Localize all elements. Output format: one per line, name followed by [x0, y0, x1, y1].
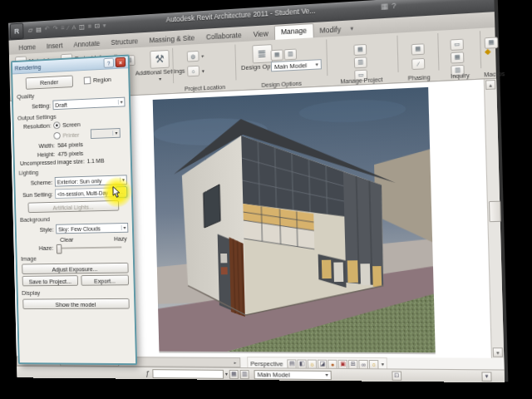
macro-security-icon[interactable]: ◆	[485, 47, 491, 56]
macro-manager-button[interactable]: ▦	[484, 32, 498, 48]
active-design-option-status-dropdown[interactable]: Main Model ▾	[254, 370, 332, 380]
uncompressed-size-value: 1.1 MB	[87, 158, 105, 164]
location-button[interactable]: ◍▾	[187, 51, 204, 62]
panel-separator	[326, 39, 328, 76]
height-label: Height:	[29, 150, 55, 159]
exclude-options-toggle[interactable]: ⊡	[392, 371, 401, 380]
application-menu-button[interactable]: R	[10, 23, 24, 40]
3d-view-icon[interactable]: ◫	[79, 24, 85, 31]
detail-level-icon[interactable]: ▤	[287, 359, 296, 368]
panel-separator	[234, 45, 236, 81]
panel-separator	[437, 33, 439, 71]
clear-label: Clear	[60, 236, 73, 244]
chevron-down-icon[interactable]: ▾	[103, 22, 106, 29]
chevron-down-icon[interactable]: ▾	[382, 362, 384, 367]
chevron-down-icon: ▾	[159, 76, 161, 81]
section-icon[interactable]: ⌗	[88, 23, 91, 30]
background-style-dropdown[interactable]: Sky: Few Clouds ▾	[56, 223, 128, 234]
dialog-title: Rendering	[15, 63, 42, 71]
width-label: Width:	[28, 142, 54, 150]
sun-setting-value[interactable]: <In-session, Multi-Day	[55, 187, 114, 199]
background-heading: Background	[20, 214, 128, 224]
open-icon[interactable]: ▱	[28, 27, 33, 34]
show-the-model-button[interactable]: Show the model	[22, 298, 129, 309]
display-heading: Display	[22, 288, 130, 297]
chevron-down-icon[interactable]: ▾	[225, 372, 228, 377]
screen: R ▱ ▤ ↶ ↷ ≡ ⁄ A ◫ ⌗ ⊡ ▾ Autodesk Revit A…	[8, 0, 505, 382]
visual-style-icon[interactable]: ◧	[298, 359, 307, 368]
undo-icon[interactable]: ↶	[45, 26, 50, 32]
dialog-help-button[interactable]: ?	[103, 57, 114, 67]
adjust-exposure-button[interactable]: Adjust Exposure...	[22, 263, 128, 274]
uncompressed-size-label: Uncompressed image size:	[20, 159, 85, 166]
menu-icon[interactable]: ≡	[61, 25, 65, 32]
haze-slider[interactable]	[57, 246, 121, 249]
phases-button[interactable]: ▦	[411, 38, 424, 55]
rendered-3d-view[interactable]	[153, 87, 436, 354]
save-to-project-button[interactable]: Save to Project...	[22, 275, 78, 286]
shadows-icon[interactable]: ◪	[318, 359, 328, 368]
position-button[interactable]: ☼▾	[187, 65, 204, 76]
phase-filter-icon[interactable]: ⁄	[411, 54, 425, 70]
printer-dpi-dropdown: ▾	[90, 128, 120, 139]
text-icon[interactable]: A	[71, 24, 76, 31]
sun-setting-browse-button[interactable]: ...	[116, 186, 128, 198]
chevron-down-icon: ▾	[202, 68, 204, 73]
sun-path-icon[interactable]: ☼	[308, 359, 318, 368]
region-checkbox[interactable]	[84, 76, 91, 84]
save-icon[interactable]: ▤	[36, 27, 42, 33]
render-button[interactable]: Render	[26, 76, 73, 90]
resolution-label: Resolution:	[17, 122, 51, 131]
vertical-scroll-thumb[interactable]	[489, 201, 501, 222]
panel-separator	[397, 36, 398, 72]
filter-icon: ƒ	[145, 369, 150, 377]
temporary-hide-isolate-icon[interactable]: ∞	[358, 359, 368, 368]
scroll-up-icon[interactable]: ▴	[485, 80, 495, 90]
worksets-toggle[interactable]: ▥	[240, 370, 249, 379]
haze-label: Haze:	[39, 244, 54, 252]
lighting-scheme-dropdown[interactable]: Exterior: Sun only ▾	[55, 175, 127, 186]
scroll-right-icon[interactable]: ▸	[231, 359, 239, 366]
panel-toggle-icon[interactable]: ▾	[350, 25, 353, 35]
height-value: 475 pixels	[58, 150, 84, 158]
chevron-down-icon: ▾	[201, 53, 204, 58]
help-icon[interactable]: ?	[392, 2, 397, 11]
measure-icon[interactable]: ⁄	[67, 25, 68, 32]
haze-slider-thumb[interactable]	[57, 244, 62, 254]
chevron-down-icon: ▾	[316, 62, 318, 66]
export-button[interactable]: Export...	[81, 275, 129, 286]
crop-view-icon[interactable]: ▣	[338, 359, 348, 368]
chevron-down-icon: ▾	[120, 177, 125, 182]
editable-only-toggle[interactable]: ▦	[229, 369, 239, 378]
width-value: 584 pixels	[57, 140, 83, 149]
screen-label: Screen	[62, 121, 81, 129]
signin-icon[interactable]: ▦	[381, 2, 388, 11]
reveal-hidden-elements-icon[interactable]: ○	[369, 359, 379, 368]
panel-label-macros[interactable]: Macros	[476, 70, 513, 77]
dialog-close-button[interactable]: ×	[116, 57, 126, 67]
scroll-down-icon[interactable]: ▾	[493, 347, 503, 357]
view-scale-label[interactable]: Perspective	[250, 360, 283, 367]
quality-setting-dropdown[interactable]: Draft ▾	[52, 97, 125, 111]
quick-access-toolbar: ▱ ▤ ↶ ↷ ≡ ⁄ A ◫ ⌗ ⊡ ▾	[27, 22, 108, 34]
rendering-dialog: Rendering ? × Render Region Quality Sett…	[11, 55, 137, 366]
redo-icon[interactable]: ↷	[52, 26, 57, 32]
selection-toggle[interactable]: ▾	[481, 372, 491, 382]
status-input[interactable]	[152, 369, 224, 379]
hazy-label: Hazy	[114, 235, 127, 243]
additional-settings-button[interactable]: ⚒ Additional Settings ▾	[135, 49, 185, 82]
vertical-scrollbar[interactable]: ▴ ▾	[484, 79, 504, 358]
setting-label: Setting:	[17, 101, 51, 110]
add-to-set-icon[interactable]: ▦	[270, 44, 283, 60]
resolution-printer-radio[interactable]	[53, 131, 61, 139]
chevron-down-icon: ▾	[325, 372, 328, 377]
show-rendering-dialog-icon[interactable]: ●	[328, 359, 337, 368]
resolution-screen-radio[interactable]	[53, 121, 61, 129]
show-crop-region-icon[interactable]: ⊞	[348, 359, 358, 368]
location-icon: ◍	[187, 51, 200, 62]
sync-icon[interactable]: ⊡	[95, 23, 100, 30]
active-design-option-dropdown[interactable]: Main Model ▾	[271, 59, 322, 71]
pick-to-edit-icon[interactable]: ▥	[283, 43, 297, 59]
artificial-lights-button: Artificial Lights...	[27, 200, 119, 213]
design-options-icon: ≣	[252, 44, 273, 63]
